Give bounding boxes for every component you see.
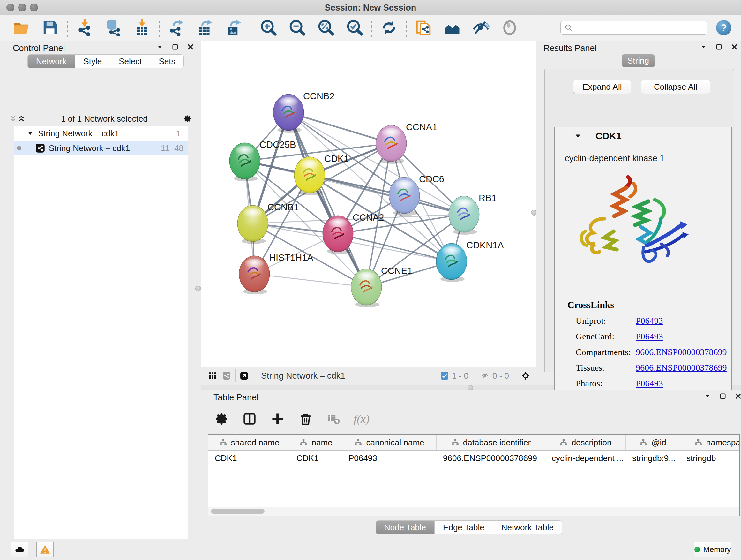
search-field[interactable]: [560, 21, 707, 35]
network-graph[interactable]: CCNB2CCNA1CDC25BCDK1CDC6RB1CCNB1CCNA2CDK…: [201, 41, 536, 367]
selected-checkbox[interactable]: [441, 372, 449, 380]
protein-card-header[interactable]: CDK1: [555, 127, 731, 145]
protein-node-CDKN1A[interactable]: CDKN1A: [436, 240, 504, 282]
network-canvas[interactable]: CCNB2CCNA1CDC25BCDK1CDC6RB1CCNB1CCNA2CDK…: [201, 41, 536, 367]
tab-sets[interactable]: Sets: [150, 54, 184, 68]
tab-edge-table[interactable]: Edge Table: [434, 520, 493, 535]
panel-menu-button[interactable]: [156, 43, 164, 51]
protein-node-HIST1H1A[interactable]: HIST1H1A: [239, 253, 313, 294]
cell-name[interactable]: CDK1: [290, 451, 342, 465]
zoom-in-button[interactable]: [259, 18, 278, 37]
tab-select[interactable]: Select: [111, 54, 150, 68]
network-row-selected[interactable]: String Network – cdk1 11 48: [14, 141, 188, 155]
show-columns-button[interactable]: [241, 411, 258, 427]
protein-node-CCNA2[interactable]: CCNA2: [323, 212, 384, 254]
help-button[interactable]: ?: [716, 20, 731, 36]
float-panel-button[interactable]: [171, 43, 179, 51]
uniprot-link[interactable]: P06493: [636, 316, 663, 326]
hierarchy-icon: [219, 438, 227, 447]
protein-node-RB1[interactable]: RB1: [449, 193, 496, 235]
show-hidden-button[interactable]: [500, 18, 519, 37]
close-panel-button[interactable]: [730, 43, 738, 51]
cloud-status-button[interactable]: [11, 542, 28, 557]
column-header[interactable]: database identifier: [436, 435, 545, 450]
hidden-eye-slash-icon: [481, 371, 489, 381]
export-network-button[interactable]: [167, 18, 186, 37]
import-network-button[interactable]: [75, 18, 94, 37]
network-options-button[interactable]: [183, 115, 192, 123]
import-table-button[interactable]: [133, 18, 151, 37]
memory-button[interactable]: Memory: [694, 542, 731, 557]
compartments-link[interactable]: 9606.ENSP00000378699: [636, 347, 727, 357]
protein-node-CCNB1[interactable]: CCNB1: [238, 202, 299, 244]
panel-menu-button[interactable]: [703, 392, 712, 400]
network-collection-row[interactable]: String Network – cdk1 1: [14, 126, 188, 141]
add-column-button[interactable]: [269, 411, 286, 427]
column-header[interactable]: @id: [626, 435, 680, 450]
delete-column-button[interactable]: [297, 411, 314, 427]
column-label: canonical name: [366, 438, 424, 448]
tab-node-table[interactable]: Node Table: [376, 520, 434, 535]
export-table-button[interactable]: [196, 18, 214, 37]
show-all-networks-button[interactable]: [443, 18, 461, 37]
panel-menu-button[interactable]: [699, 43, 708, 51]
column-header[interactable]: shared name: [208, 435, 290, 450]
float-panel-button[interactable]: [719, 392, 727, 400]
fit-selected-button[interactable]: [522, 372, 530, 380]
export-image-button[interactable]: [225, 18, 243, 37]
toolbar-separator: [67, 19, 68, 37]
clone-network-button[interactable]: [414, 18, 433, 37]
column-header[interactable]: name: [290, 435, 342, 450]
tissues-link[interactable]: 9606.ENSP00000378699: [636, 363, 727, 373]
tab-network-table[interactable]: Network Table: [493, 520, 562, 535]
horizontal-scrollbar[interactable]: [208, 507, 739, 516]
column-header[interactable]: description: [545, 435, 626, 450]
scrollbar-thumb[interactable]: [211, 509, 265, 514]
collapse-all-networks-button[interactable]: [9, 115, 17, 123]
zoom-selected-button[interactable]: [345, 18, 364, 37]
column-header[interactable]: namespace: [680, 435, 740, 450]
protein-node-CCNE1[interactable]: CCNE1: [351, 266, 412, 307]
search-input[interactable]: [573, 23, 702, 33]
birds-eye-view-button[interactable]: [208, 372, 217, 380]
close-panel-button[interactable]: [186, 43, 195, 51]
string-style-toggle-button[interactable]: [222, 372, 231, 380]
cell-database-identifier[interactable]: 9606.ENSP00000378699: [436, 451, 545, 465]
control-panel-title: Control Panel: [13, 44, 65, 53]
zoom-fit-button[interactable]: [317, 18, 335, 37]
protein-node-CDC6[interactable]: CDC6: [389, 174, 444, 216]
close-panel-button[interactable]: [734, 392, 741, 400]
hide-selected-button[interactable]: [472, 18, 490, 37]
genecard-link[interactable]: P06493: [636, 331, 663, 341]
table-options-button[interactable]: [213, 411, 230, 427]
cell-description[interactable]: cyclin-dependent ...: [545, 451, 626, 465]
cell-shared-name[interactable]: CDK1: [208, 451, 290, 465]
float-panel-button[interactable]: [715, 43, 723, 51]
tab-network[interactable]: Network: [27, 54, 75, 68]
zoom-fit-icon: [317, 19, 334, 37]
refresh-view-button[interactable]: [380, 18, 398, 37]
cell-id[interactable]: stringdb:9...: [626, 451, 680, 465]
protein-node-CDK1[interactable]: CDK1: [294, 153, 349, 195]
expand-all-networks-button[interactable]: [17, 115, 25, 123]
save-session-button[interactable]: [41, 18, 59, 37]
splitter-handle[interactable]: [195, 286, 201, 292]
import-network-from-database-button[interactable]: [104, 18, 123, 37]
hidden-toggle[interactable]: [481, 372, 489, 380]
table-row[interactable]: CDK1 CDK1 P06493 9606.ENSP00000378699 cy…: [208, 451, 739, 465]
crosslink-label: GeneCard:: [576, 331, 636, 341]
pharos-link[interactable]: P06493: [636, 378, 663, 388]
expand-all-button[interactable]: Expand All: [573, 80, 631, 94]
tab-string[interactable]: String: [622, 54, 655, 67]
open-session-button[interactable]: [12, 18, 30, 37]
tab-style[interactable]: Style: [75, 54, 111, 68]
open-in-new-window-button[interactable]: [240, 372, 248, 380]
cell-canonical-name[interactable]: P06493: [342, 451, 436, 465]
zoom-out-button[interactable]: [288, 18, 307, 37]
table-panel-title: Table Panel: [213, 393, 259, 402]
collapse-all-button[interactable]: Collapse All: [641, 80, 711, 94]
cell-namespace[interactable]: stringdb: [680, 451, 740, 465]
zoom-out-icon: [288, 19, 306, 37]
column-header[interactable]: canonical name: [342, 435, 436, 450]
warnings-button[interactable]: [37, 542, 54, 557]
